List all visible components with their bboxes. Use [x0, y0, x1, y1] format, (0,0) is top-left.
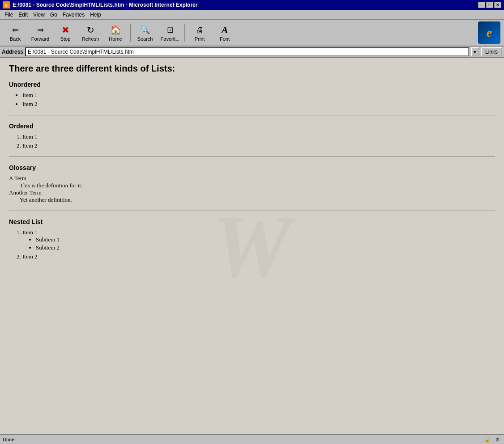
toolbar: ⇐ Back ⇒ Forward ✖ Stop ↻ Refresh 🏠 Home… — [0, 20, 504, 47]
app-icon: e — [3, 1, 10, 8]
ordered-section: Ordered Item 1 Item 2 — [9, 123, 495, 149]
stop-label: Stop — [60, 36, 71, 42]
glossary-term-1: A Term — [9, 175, 495, 182]
list-item: Item 2 — [22, 101, 495, 108]
address-bar: Address ▼ Links — [0, 47, 504, 58]
list-item: Subitem 1 — [36, 236, 495, 243]
ordered-list: Item 1 Item 2 — [22, 133, 495, 149]
unordered-section: Unordered Item 1 Item 2 — [9, 81, 495, 108]
glossary-list: A Term This is the definition for it. An… — [9, 175, 495, 203]
glossary-def-1: This is the definition for it. — [20, 182, 495, 189]
status-text: Done — [3, 437, 483, 442]
nested-heading: Nested List — [9, 218, 495, 225]
glossary-def-2: Yet another definition. — [20, 196, 495, 203]
minimize-button[interactable]: ─ — [478, 2, 485, 8]
security-icon: 🔒 — [483, 436, 491, 444]
search-icon: 🔍 — [139, 24, 151, 36]
window-controls: ─ □ ✕ — [478, 2, 501, 8]
list-item: Item 2 — [22, 142, 495, 149]
page-content: There are three different kinds of Lists… — [9, 63, 495, 260]
font-icon: A — [218, 24, 231, 36]
favorites-icon: ⊡ — [164, 24, 176, 36]
main-heading: There are three different kinds of Lists… — [9, 63, 495, 74]
toolbar-separator-1 — [130, 24, 131, 42]
divider-1 — [9, 115, 495, 115]
list-item: Item 2 — [22, 253, 495, 260]
menu-view[interactable]: View — [30, 11, 47, 19]
zone-icon: ⊙ — [493, 436, 501, 444]
stop-button[interactable]: ✖ Stop — [54, 21, 77, 44]
list-item: Item 1 Subitem 1 Subitem 2 — [22, 229, 495, 251]
unordered-heading: Unordered — [9, 81, 495, 88]
divider-3 — [9, 211, 495, 211]
search-label: Search — [137, 36, 153, 42]
home-button[interactable]: 🏠 Home — [104, 21, 127, 44]
links-button[interactable]: Links — [481, 47, 502, 56]
back-icon: ⇐ — [9, 24, 21, 36]
refresh-button[interactable]: ↻ Refresh — [79, 21, 102, 44]
divider-2 — [9, 156, 495, 157]
glossary-term-2: Another Term — [9, 189, 495, 196]
nested-inner-list: Subitem 1 Subitem 2 — [36, 236, 495, 251]
refresh-label: Refresh — [82, 36, 99, 42]
ordered-heading: Ordered — [9, 123, 495, 130]
menu-bar: File Edit View Go Favorites Help — [0, 10, 504, 20]
print-label: Print — [195, 36, 205, 42]
address-dropdown[interactable]: ▼ — [471, 47, 479, 56]
back-label: Back — [10, 36, 21, 42]
status-icons: 🔒 ⊙ — [483, 436, 501, 444]
close-button[interactable]: ✕ — [494, 2, 501, 8]
menu-edit[interactable]: Edit — [16, 11, 30, 19]
forward-label: Forward — [31, 36, 49, 42]
forward-icon: ⇒ — [34, 24, 47, 36]
list-item: Item 1 — [22, 133, 495, 140]
ie-logo: e — [478, 21, 500, 44]
toolbar-separator-2 — [184, 24, 185, 42]
content-area: W There are three different kinds of Lis… — [0, 58, 504, 434]
favorites-button[interactable]: ⊡ Favorit... — [158, 21, 182, 44]
search-button[interactable]: 🔍 Search — [133, 21, 157, 44]
nested-outer-list: Item 1 Subitem 1 Subitem 2 Item 2 — [22, 229, 495, 260]
menu-go[interactable]: Go — [47, 11, 60, 19]
forward-button[interactable]: ⇒ Forward — [29, 21, 52, 44]
font-button[interactable]: A Font — [213, 21, 236, 44]
glossary-heading: Glossary — [9, 164, 495, 171]
nested-section: Nested List Item 1 Subitem 1 Subitem 2 I… — [9, 218, 495, 260]
window-title: E:\0081 - Source Code\SmplHTML\Lists.htm… — [13, 2, 197, 8]
title-bar: e E:\0081 - Source Code\SmplHTML\Lists.h… — [0, 0, 504, 10]
refresh-icon: ↻ — [84, 24, 97, 36]
glossary-section: Glossary A Term This is the definition f… — [9, 164, 495, 203]
maximize-button[interactable]: □ — [486, 2, 493, 8]
status-bar: Done 🔒 ⊙ — [0, 434, 504, 444]
stop-icon: ✖ — [59, 24, 72, 36]
unordered-list: Item 1 Item 2 — [22, 92, 495, 108]
list-item: Item 1 — [22, 92, 495, 99]
address-input[interactable] — [25, 47, 469, 56]
font-label: Font — [220, 36, 230, 42]
print-button[interactable]: 🖨 Print — [188, 21, 211, 44]
print-icon: 🖨 — [193, 24, 206, 36]
address-label: Address — [2, 49, 23, 55]
ie-logo-letter: e — [487, 25, 492, 40]
menu-file[interactable]: File — [2, 11, 16, 19]
menu-help[interactable]: Help — [87, 11, 104, 19]
back-button[interactable]: ⇐ Back — [4, 21, 27, 44]
favorites-label: Favorit... — [161, 36, 180, 42]
home-label: Home — [109, 36, 122, 42]
menu-favorites[interactable]: Favorites — [60, 11, 87, 19]
list-item: Subitem 2 — [36, 244, 495, 251]
home-icon: 🏠 — [109, 24, 122, 36]
